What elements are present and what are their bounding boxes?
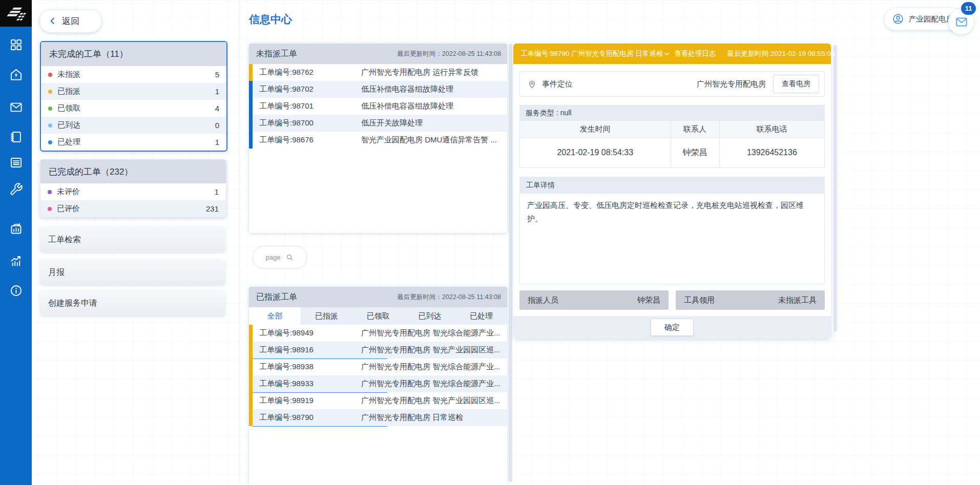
chevron-left-icon: [48, 16, 57, 26]
workorder-title: 广州智光专用配电房 智光产业园园区巡...: [361, 345, 507, 355]
detail-updated-time: 最后更新时间:2021-02-19 08:55:08: [727, 49, 835, 58]
status-row[interactable]: 未评价1: [40, 183, 226, 200]
workorder-row[interactable]: 工单编号:98919广州智光专用配电房 智光产业园园区巡...: [249, 392, 507, 409]
completed-card-title[interactable]: 已完成的工单（232）: [40, 160, 226, 183]
status-row[interactable]: 已评价231: [40, 200, 226, 217]
assigned-tab-4[interactable]: 已处理: [455, 307, 507, 325]
view-room-button[interactable]: 查看电房: [773, 75, 819, 93]
assigned-tab-2[interactable]: 已领取: [352, 307, 404, 325]
nav-item-mail-icon[interactable]: [0, 100, 32, 114]
uncompleted-card-title[interactable]: 未完成的工单（11）: [41, 42, 226, 66]
nav-item-notebook-icon[interactable]: [0, 130, 32, 144]
workorder-search-link[interactable]: 工单检索: [40, 227, 225, 252]
monthly-report-link[interactable]: 月报: [40, 260, 225, 285]
assignee-value: 钟荣昌: [637, 296, 660, 305]
unassigned-panel-header: 未指派工单 最后更新时间：2022-08-25 11:43:08: [249, 44, 507, 64]
col-contact: 联系人: [671, 121, 719, 138]
assigned-tab-0[interactable]: 全部: [249, 307, 301, 325]
confirm-button[interactable]: 确定: [651, 319, 694, 336]
nav-item-trend-chart-icon[interactable]: [0, 254, 32, 268]
nav-item-info-icon[interactable]: [0, 284, 32, 298]
workorder-row[interactable]: 工单编号:98949广州智光专用配电房 智光综合能源产业...: [249, 325, 507, 342]
completed-status-list: 未评价1已评价231: [40, 183, 226, 217]
status-count: 1: [215, 138, 219, 146]
detail-scrollbar[interactable]: [833, 45, 837, 332]
status-row[interactable]: 已领取4: [41, 100, 226, 117]
workorder-row[interactable]: 工单编号:98702低压补偿电容器组故障处理: [249, 81, 507, 98]
notebook-icon: [9, 130, 23, 144]
assigned-tab-1[interactable]: 已指派: [301, 307, 352, 325]
detail-header: 工单编号:98790 广州智光专用配电房 日常巡检 查看处理日志 最后更新时间:…: [513, 44, 831, 64]
mail-icon: [9, 100, 23, 114]
back-button[interactable]: 返回: [39, 9, 102, 33]
status-row[interactable]: 未指派5: [41, 66, 226, 83]
status-row[interactable]: 已处理1: [41, 134, 226, 151]
status-dot-icon: [48, 90, 52, 94]
nav-item-report-icon[interactable]: [0, 222, 32, 236]
workorder-number: 工单编号:98919: [253, 396, 361, 406]
status-count: 5: [215, 70, 219, 79]
workorder-row[interactable]: 工单编号:98933广州智光专用配电房 智光综合能源产业...: [249, 375, 507, 392]
workorder-title: 广州智光专用配电房 智光综合能源产业...: [361, 362, 507, 372]
tools-label: 工具领用: [684, 296, 715, 305]
back-label: 返回: [62, 15, 79, 27]
unassigned-updated-time: 最后更新时间：2022-08-25 11:43:08: [397, 50, 501, 58]
status-dot-icon: [48, 207, 52, 211]
assignee-label: 指派人员: [528, 296, 558, 305]
contact-table-data-row: 2021-02-19 08:54:33 钟荣昌 13926452136: [520, 138, 825, 168]
mid-scrollbar[interactable]: [509, 44, 512, 482]
event-location-value: 广州智光专用配电房: [697, 79, 766, 89]
workorder-row[interactable]: 工单编号:98762广州智光专用配电房 运行异常反馈: [249, 64, 507, 81]
create-service-request-link[interactable]: 创建服务申请: [40, 290, 225, 316]
workorder-row[interactable]: 工单编号:98938广州智光专用配电房 智光综合能源产业...: [249, 359, 507, 375]
status-count: 231: [206, 204, 219, 213]
nav-rail: [0, 0, 32, 485]
workorder-title: 智光产业园配电房 DMU通信异常告警 ...: [361, 135, 507, 145]
tools-value: 未指派工具: [778, 296, 817, 305]
mail-icon: [955, 15, 968, 29]
info-icon: [9, 284, 23, 298]
view-log-link[interactable]: 查看处理日志: [663, 49, 716, 58]
workorder-row[interactable]: 工单编号:98676智光产业园配电房 DMU通信异常告警 ...: [249, 132, 507, 149]
workorder-row[interactable]: 工单编号:98790广州智光专用配电房 日常巡检: [249, 409, 507, 426]
phone-value: 13926452136: [719, 138, 824, 168]
event-location-label: 事件定位: [542, 79, 573, 89]
nav-item-list-icon[interactable]: [0, 156, 32, 170]
workorder-title: 广州智光专用配电房 运行异常反馈: [361, 68, 507, 77]
workorder-number: 工单编号:98676: [253, 135, 361, 145]
status-row[interactable]: 已指派1: [41, 83, 226, 100]
workorder-number: 工单编号:98701: [253, 101, 361, 111]
col-phone: 联系电话: [719, 121, 824, 138]
workorder-row[interactable]: 工单编号:98700低压开关故障处理: [249, 115, 507, 132]
workorder-number: 工单编号:98762: [253, 68, 361, 77]
detail-footer: 确定: [513, 316, 831, 339]
status-row[interactable]: 已到达0: [41, 117, 226, 134]
uncompleted-card: 未完成的工单（11） 未指派5已指派1已领取4已到达0已处理1: [40, 41, 227, 152]
nav-item-dashboard-icon[interactable]: [0, 38, 32, 52]
tools-bar[interactable]: 工具领用 未指派工具: [676, 290, 825, 310]
nav-item-home-energy-icon[interactable]: [0, 68, 32, 81]
unassigned-panel-title: 未指派工单: [256, 49, 297, 59]
unread-count-badge: 11: [961, 2, 976, 15]
contact-value: 钟荣昌: [671, 138, 719, 168]
nav-item-wrench-icon[interactable]: [0, 182, 32, 196]
chevron-down-icon: [663, 50, 671, 58]
assigned-list: 工单编号:98949广州智光专用配电房 智光综合能源产业...工单编号:9891…: [249, 325, 507, 426]
link-label: 月报: [48, 267, 65, 278]
workorder-title: 低压开关故障处理: [361, 118, 507, 128]
page-search-label: page: [266, 254, 281, 261]
workorder-number: 工单编号:98700: [253, 118, 361, 128]
workorder-row[interactable]: 工单编号:98916广州智光专用配电房 智光产业园园区巡...: [249, 342, 507, 359]
page-search[interactable]: page: [253, 246, 307, 269]
workorder-row[interactable]: 工单编号:98701低压补偿电容器组故障处理: [249, 98, 507, 115]
completed-card: 已完成的工单（232） 未评价1已评价231: [40, 159, 226, 218]
brand-logo-icon[interactable]: [0, 0, 32, 27]
list-icon: [9, 156, 23, 170]
assignee-bar[interactable]: 指派人员 钟荣昌: [519, 290, 669, 310]
assigned-tab-3[interactable]: 已到达: [404, 307, 455, 325]
assignment-row: 指派人员 钟荣昌 工具领用 未指派工具: [519, 290, 825, 310]
status-dot-icon: [48, 140, 52, 144]
assigned-panel: 已指派工单 最后更新时间：2022-08-25 11:43:08 全部已指派已领…: [249, 287, 507, 485]
trend-chart-icon: [9, 254, 23, 268]
status-count: 1: [215, 187, 219, 196]
